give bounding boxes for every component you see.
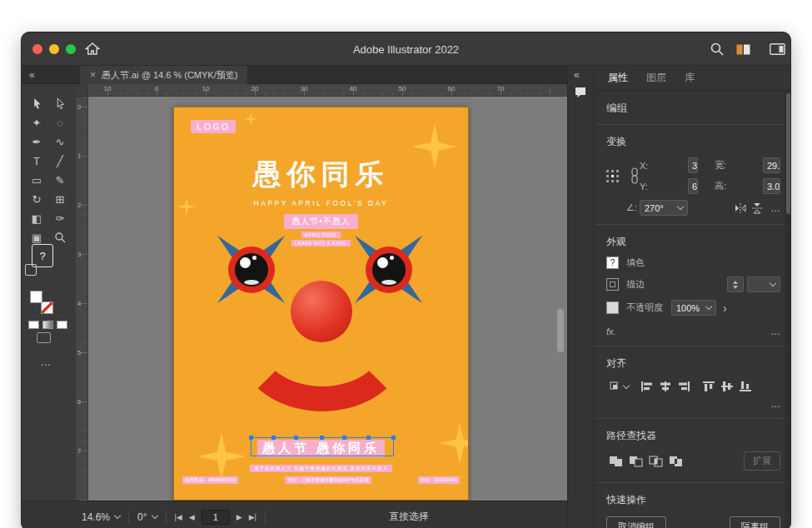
zoom-select[interactable]: 14.6% <box>82 511 120 523</box>
mesh-tool[interactable]: ⊞ <box>49 190 71 208</box>
isolate-group-button[interactable]: 隔离组 <box>730 516 780 528</box>
pathfinder-unite-button[interactable] <box>606 454 626 469</box>
align-to-button[interactable] <box>606 379 631 394</box>
flip-horizontal-button[interactable] <box>732 202 749 215</box>
stroke-color-swatch[interactable] <box>606 278 619 291</box>
selection-handle[interactable] <box>391 436 396 440</box>
eyedropper-tool[interactable]: ✑ <box>49 209 71 227</box>
opacity-options-button[interactable]: › <box>723 301 727 315</box>
previous-artboard-button[interactable]: ◀ <box>189 513 195 521</box>
align-top-button[interactable] <box>700 379 718 394</box>
selection-handle[interactable] <box>366 436 371 440</box>
direct-selection-tool[interactable] <box>49 94 71 112</box>
panel-scrollbar-thumb[interactable] <box>786 93 791 214</box>
footer-phone[interactable]: 热线电话：18666050000 <box>182 476 238 484</box>
ruler-corner[interactable] <box>76 84 88 97</box>
align-center-button[interactable] <box>656 379 675 394</box>
pathfinder-minus-front-button[interactable] <box>626 454 646 469</box>
appearance-more-button[interactable]: … <box>770 326 780 337</box>
align-right-button[interactable] <box>675 379 693 394</box>
pathfinder-intersect-button[interactable] <box>646 454 666 469</box>
poster-slogan-sub[interactable]: 属于你的愚人节 有趣可爱萌趣好礼相送 愚你同乐不愚人 <box>250 465 392 472</box>
comments-panel-button[interactable] <box>574 86 587 99</box>
selection-handle[interactable] <box>271 436 276 440</box>
rectangle-tool[interactable]: ▭ <box>26 171 47 189</box>
artboard-number-input[interactable]: 1 <box>202 510 230 525</box>
canvas-vertical-scrollbar[interactable] <box>557 309 564 352</box>
stroke-weight-select[interactable] <box>747 276 780 292</box>
width-input[interactable]: 29.2975 <box>763 157 780 173</box>
canvas[interactable]: LOGO 愚你同乐 HAPPY APRIL FOOL'S DAY 愚人节•不愚人… <box>88 97 567 501</box>
ruler-top[interactable]: 10 0 10 20 30 40 50 60 70 <box>88 84 567 97</box>
selection-box[interactable] <box>251 437 394 456</box>
toolbar-more-button[interactable]: … <box>40 356 51 368</box>
height-input[interactable]: 3.0854 cm <box>763 178 780 194</box>
poster-tagline-1[interactable]: APRIL FOOL <box>301 232 341 238</box>
first-artboard-button[interactable]: |◀ <box>175 513 182 521</box>
poster-badge[interactable]: 愚人节•不愚人 <box>284 214 358 229</box>
align-more-button[interactable]: … <box>770 398 780 410</box>
rotation-select[interactable]: 270° <box>640 200 688 216</box>
last-artboard-button[interactable]: ▶| <box>249 513 257 521</box>
tab-layers[interactable]: 图层 <box>646 71 666 85</box>
align-bottom-button[interactable] <box>736 379 755 394</box>
artboard[interactable]: LOGO 愚你同乐 HAPPY APRIL FOOL'S DAY 愚人节•不愚人… <box>173 107 469 501</box>
tab-libraries[interactable]: 库 <box>685 71 695 85</box>
expand-button[interactable]: 扩展 <box>744 451 780 471</box>
color-mode-none-button[interactable] <box>57 321 67 329</box>
y-input[interactable]: 69.9535 <box>688 178 698 194</box>
magic-wand-tool[interactable]: ✦ <box>26 113 47 132</box>
rotate-tool[interactable]: ↻ <box>26 190 47 208</box>
line-segment-tool[interactable]: ╱ <box>49 152 71 170</box>
gradient-tool[interactable]: ◧ <box>26 209 47 227</box>
transform-more-button[interactable]: … <box>770 202 780 214</box>
tab-properties[interactable]: 属性 <box>608 71 628 85</box>
search-button[interactable] <box>710 42 725 57</box>
opacity-select[interactable]: 100% <box>671 300 716 316</box>
panel-scrollbar[interactable] <box>785 91 791 528</box>
stroke-swatch[interactable] <box>41 301 53 314</box>
x-input[interactable]: 30.4919 <box>688 157 698 173</box>
color-mode-color-button[interactable] <box>28 321 39 329</box>
type-tool[interactable]: T <box>26 152 47 170</box>
fx-button[interactable]: fx. <box>606 326 616 336</box>
draw-mode-button[interactable] <box>37 332 51 343</box>
selection-handle[interactable] <box>342 436 346 440</box>
collapse-toolbar-chevrons[interactable]: « <box>29 69 35 81</box>
constrain-proportions-button[interactable] <box>630 167 640 184</box>
poster-subtitle[interactable]: HAPPY APRIL FOOL'S DAY <box>174 199 468 207</box>
footer-address[interactable]: 地址：上海市黄浦区樱花路668号买卖楼 <box>285 476 371 484</box>
document-tab[interactable]: × 愚人节.ai @ 14.6 % (CMYK/预览) <box>80 66 248 84</box>
screen-mode-button[interactable] <box>770 43 785 55</box>
opacity-swatch[interactable] <box>606 301 619 314</box>
selection-handle[interactable] <box>249 436 253 440</box>
selection-handle[interactable] <box>320 436 324 440</box>
reference-point-locator[interactable] <box>606 170 619 182</box>
expand-panel-chevrons[interactable]: « <box>574 69 580 81</box>
poster-tagline-2[interactable]: LEAVE NOT A FOOL <box>291 240 351 247</box>
poster-logo[interactable]: LOGO <box>191 120 236 133</box>
pathfinder-exclude-button[interactable] <box>666 454 686 469</box>
selection-tool[interactable] <box>26 94 47 112</box>
workspace-switch-button[interactable] <box>736 44 750 55</box>
next-artboard-button[interactable]: ▶ <box>237 513 242 521</box>
fill-swatch[interactable] <box>30 291 42 303</box>
rotation-select[interactable]: 0° <box>137 511 157 523</box>
footer-date[interactable]: 时间：2022/04/01 <box>418 476 460 484</box>
poster-title[interactable]: 愚你同乐 <box>174 156 468 194</box>
ruler-left[interactable]: 0 1 2 3 4 5 6 7 <box>76 97 88 501</box>
align-left-button[interactable] <box>638 379 656 394</box>
sparkle-shape[interactable] <box>244 112 257 126</box>
stroke-weight-stepper[interactable] <box>727 276 744 292</box>
align-middle-button[interactable] <box>718 379 736 394</box>
selection-handle[interactable] <box>294 436 298 440</box>
fill-color-swatch[interactable]: ? <box>606 257 619 269</box>
color-mode-gradient-button[interactable] <box>42 321 53 329</box>
flip-vertical-button[interactable] <box>749 202 765 215</box>
ungroup-button[interactable]: 取消编组 <box>606 516 666 528</box>
clown-mouth[interactable] <box>235 270 410 411</box>
tab-close-icon[interactable]: × <box>90 69 96 81</box>
pen-tool[interactable]: ✒ <box>26 132 47 151</box>
paintbrush-tool[interactable]: ✎ <box>49 171 71 189</box>
lasso-tool[interactable]: ◌ <box>49 113 71 132</box>
